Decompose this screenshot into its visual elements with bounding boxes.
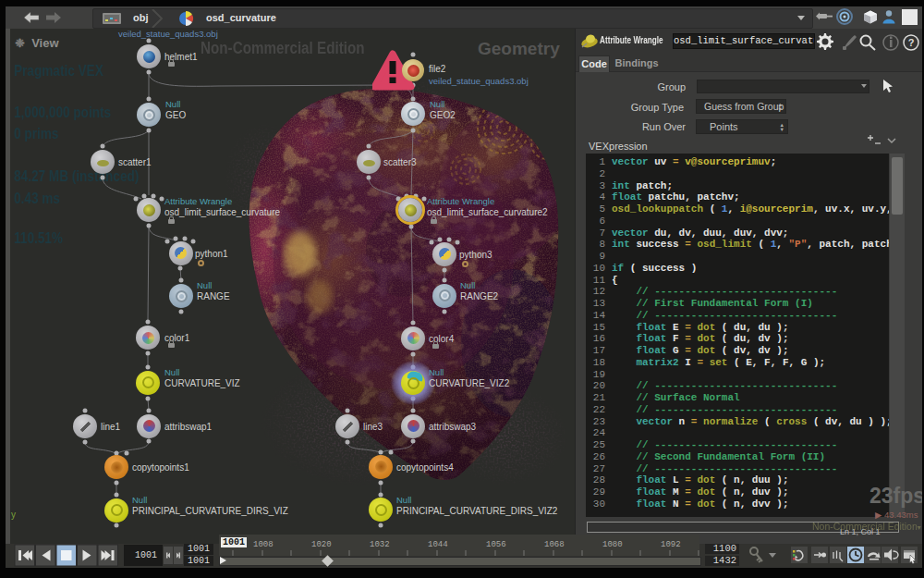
svg-text:?: ? (908, 37, 915, 48)
